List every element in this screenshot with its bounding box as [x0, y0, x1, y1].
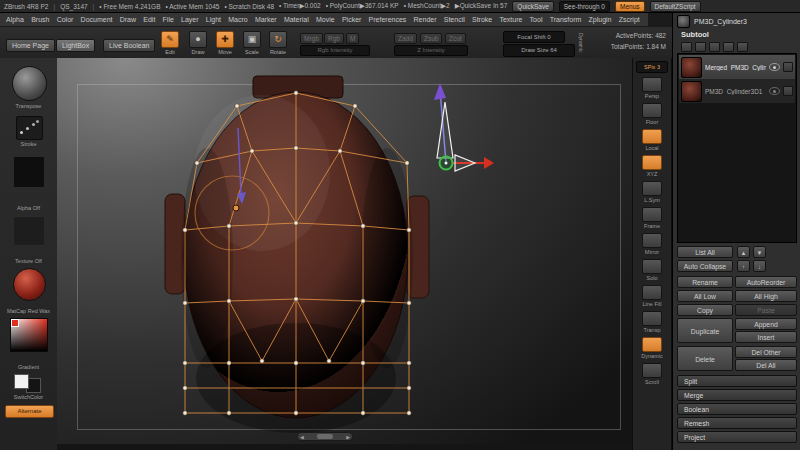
draw-size-slider[interactable]: Draw Size 64 [503, 44, 575, 57]
rename-button[interactable]: Rename [677, 276, 733, 288]
subtool-down-button[interactable]: ▼ [753, 246, 766, 258]
menu-stencil[interactable]: Stencil [444, 16, 465, 23]
floor-button[interactable]: Floor [636, 103, 668, 125]
mrgb-button[interactable]: Mrgb [300, 33, 323, 44]
focal-shift-slider[interactable]: Focal Shift 0 [503, 31, 565, 43]
rotate-mode-button[interactable]: ↻ Rotate [266, 31, 290, 55]
menu-marker[interactable]: Marker [255, 16, 277, 23]
local-button[interactable]: Local [636, 129, 668, 151]
menu-color[interactable]: Color [57, 16, 74, 23]
transpose-gizmo[interactable] [434, 83, 494, 171]
project-section-button[interactable]: Project [677, 431, 797, 443]
copy-button[interactable]: Copy [677, 304, 733, 316]
menu-file[interactable]: File [163, 16, 174, 23]
menu-zplugin[interactable]: Zplugin [589, 16, 612, 23]
home-page-button[interactable]: Home Page [6, 39, 55, 52]
menu-document[interactable]: Document [81, 16, 113, 23]
menu-tool[interactable]: Tool [530, 16, 543, 23]
main-color-swatch[interactable] [14, 374, 29, 389]
list-all-button[interactable]: List All [677, 246, 733, 258]
quicksave-button[interactable]: QuickSave [512, 1, 553, 12]
append-button[interactable]: Append [735, 318, 797, 330]
lightbox-button[interactable]: LightBox [56, 39, 95, 52]
m-button[interactable]: M [346, 33, 359, 44]
subtool-palette-header[interactable]: Subtool [681, 30, 709, 39]
visibility-eye-icon[interactable] [769, 63, 780, 71]
alternate-button[interactable]: Alternate [5, 405, 54, 418]
visibility-eye-icon[interactable] [769, 87, 780, 95]
persp-button[interactable]: Persp [636, 77, 668, 99]
polypaint-icon[interactable] [783, 62, 793, 72]
menu-material[interactable]: Material [284, 16, 309, 23]
color-picker[interactable] [10, 318, 48, 352]
menu-picker[interactable]: Picker [342, 16, 361, 23]
zsub-button[interactable]: Zsub [420, 33, 442, 44]
dynamic-draw-size-label[interactable]: Dynamic [578, 33, 584, 52]
menu-render[interactable]: Render [414, 16, 437, 23]
move-mode-button[interactable]: ✚ Move [213, 31, 237, 55]
list-icon[interactable] [737, 42, 748, 52]
menu-zscript[interactable]: Zscript [619, 16, 640, 23]
menu-edit[interactable]: Edit [143, 16, 155, 23]
scroll-right-icon[interactable]: ▶ [346, 434, 350, 440]
paint-all-icon[interactable] [695, 42, 706, 52]
menu-alpha[interactable]: Alpha [6, 16, 24, 23]
spix-slider[interactable]: SPix 3 [636, 61, 668, 73]
auto-collapse-button[interactable]: Auto Collapse [677, 260, 733, 272]
horizontal-scrollbar[interactable]: ◀ ▶ [297, 432, 353, 441]
menu-brush[interactable]: Brush [31, 16, 49, 23]
texture-thumbnail[interactable] [13, 216, 45, 246]
polypaint-icon[interactable] [783, 86, 793, 96]
menu-transform[interactable]: Transform [550, 16, 582, 23]
menu-texture[interactable]: Texture [499, 16, 522, 23]
scroll-left-icon[interactable]: ◀ [300, 434, 304, 440]
see-through-slider[interactable]: See-through 0 [559, 1, 610, 12]
move-down-arrow-button[interactable]: ↓ [753, 260, 766, 272]
z-intensity-slider[interactable]: Z Intensity [394, 45, 468, 56]
scroll-button[interactable]: Scroll [636, 363, 668, 385]
solo-button[interactable]: Solo [636, 259, 668, 281]
delete-button[interactable]: Delete [677, 346, 733, 371]
merge-section-button[interactable]: Merge [677, 389, 797, 401]
dynamic-button[interactable]: Dynamic [636, 337, 668, 359]
zadd-button[interactable]: Zadd [394, 33, 417, 44]
menu-draw[interactable]: Draw [120, 16, 136, 23]
live-boolean-button[interactable]: Live Boolean [103, 39, 155, 52]
del-other-button[interactable]: Del Other [735, 346, 797, 358]
zcut-button[interactable]: Zcut [445, 33, 466, 44]
boolean-section-button[interactable]: Boolean [677, 403, 797, 415]
viewport-canvas[interactable]: ◀ ▶ [57, 58, 632, 444]
default-zscript-button[interactable]: DefaultZScript [650, 1, 701, 12]
transp-button[interactable]: Transp [636, 311, 668, 333]
menus-button[interactable]: Menus [615, 1, 645, 12]
del-all-button[interactable]: Del All [735, 359, 797, 371]
paste-button[interactable]: Paste [735, 304, 797, 316]
gizmo-up-cone[interactable] [437, 102, 453, 158]
menu-layer[interactable]: Layer [181, 16, 199, 23]
insert-button[interactable]: Insert [735, 331, 797, 343]
material-thumbnail[interactable] [13, 268, 46, 301]
duplicate-button[interactable]: Duplicate [677, 318, 733, 343]
menu-light[interactable]: Light [206, 16, 221, 23]
all-high-button[interactable]: All High [735, 290, 797, 302]
stroke-thumbnail[interactable] [16, 116, 43, 140]
menu-macro[interactable]: Macro [228, 16, 247, 23]
frame-button[interactable]: Frame [636, 207, 668, 229]
draw-mode-button[interactable]: ● Draw [186, 31, 210, 55]
rgb-intensity-slider[interactable]: Rgb Intensity [300, 45, 370, 56]
lsym-button[interactable]: L.Sym [636, 181, 668, 203]
linefill-button[interactable]: Line Fill [636, 285, 668, 307]
split-section-button[interactable]: Split [677, 375, 797, 387]
xyz-button[interactable]: XYZ [636, 155, 668, 177]
scrollbar-thumb[interactable] [317, 434, 333, 439]
current-brush-thumbnail[interactable] [12, 66, 47, 101]
edit-mode-button[interactable]: ✎ Edit [158, 31, 182, 55]
subtool-item[interactable]: PM3D_Cylinder3D1 [679, 79, 795, 103]
menu-stroke[interactable]: Stroke [472, 16, 492, 23]
autoreorder-button[interactable]: AutoReorder [735, 276, 797, 288]
menu-movie[interactable]: Movie [316, 16, 335, 23]
rgb-button[interactable]: Rgb [324, 33, 344, 44]
all-low-button[interactable]: All Low [677, 290, 733, 302]
menu-preferences[interactable]: Preferences [369, 16, 407, 23]
folder-icon[interactable] [709, 42, 720, 52]
